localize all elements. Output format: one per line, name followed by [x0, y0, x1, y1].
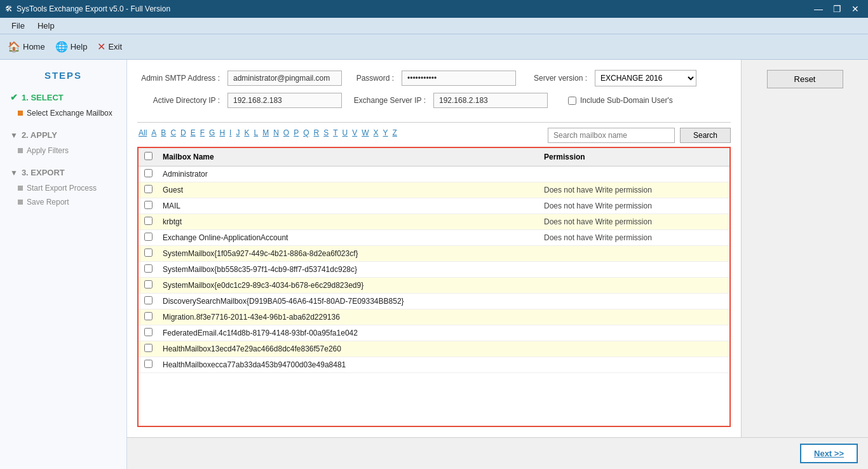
step1-number: ✔ 1. SELECT: [10, 92, 116, 102]
table-row[interactable]: SystemMailbox{bb558c35-97f1-4cb9-8ff7-d5…: [139, 262, 729, 278]
table-row[interactable]: Migration.8f3e7716-2011-43e4-96b1-aba62d…: [139, 309, 729, 325]
row-checkbox-6[interactable]: [144, 264, 153, 273]
menu-help[interactable]: Help: [31, 20, 61, 32]
table-row[interactable]: Administrator: [139, 167, 729, 182]
exit-button[interactable]: ✕ Exit: [97, 41, 122, 53]
table-row[interactable]: HealthMailbox13ecd47e29ac466d8dc4fe836f5…: [139, 341, 729, 357]
alpha-btn-y[interactable]: Y: [382, 128, 390, 138]
table-row[interactable]: SystemMailbox{1f05a927-449c-4b21-886a-8d…: [139, 246, 729, 262]
maximize-button[interactable]: ❐: [829, 4, 845, 14]
help-button[interactable]: 🌐 Help: [55, 41, 88, 53]
row-checkbox-7[interactable]: [144, 280, 153, 289]
alpha-btn-z[interactable]: Z: [391, 128, 398, 138]
exit-icon: ✕: [97, 41, 105, 53]
table-body: AdministratorGuestDoes not have Write pe…: [139, 167, 729, 426]
header-mailbox-name: Mailbox Name: [158, 153, 539, 161]
alpha-btn-j[interactable]: J: [234, 128, 241, 138]
row-checkbox-3[interactable]: [144, 217, 153, 225]
row-mailbox-name: DiscoverySearchMailbox{D919BA05-46A6-415…: [158, 297, 539, 306]
next-button[interactable]: Next >>: [800, 444, 858, 463]
table-row[interactable]: DiscoverySearchMailbox{D919BA05-46A6-415…: [139, 294, 729, 309]
alpha-btn-k[interactable]: K: [243, 128, 250, 138]
step3-arrow-icon: ▼: [10, 168, 18, 177]
server-version-select[interactable]: EXCHANGE 2016 EXCHANGE 2013 EXCHANGE 201…: [595, 70, 696, 86]
row-checkbox-10[interactable]: [144, 328, 153, 336]
step2-sub1-label: Apply Filters: [27, 146, 69, 155]
alpha-btn-u[interactable]: U: [341, 128, 349, 138]
smtp-label: Admin SMTP Address :: [137, 74, 220, 83]
step2-item[interactable]: ▼ 2. APPLY: [0, 126, 126, 144]
row-permission: Does not have Write permission: [539, 217, 729, 226]
alpha-btn-i[interactable]: I: [228, 128, 233, 138]
search-input[interactable]: [548, 128, 675, 143]
sidebar-item-save-report[interactable]: Save Report: [0, 195, 126, 209]
row-checkbox-1[interactable]: [144, 185, 153, 193]
alpha-btn-d[interactable]: D: [179, 128, 187, 138]
home-button[interactable]: 🏠 Home: [8, 41, 45, 53]
sidebar-item-start-export[interactable]: Start Export Process: [0, 181, 126, 195]
table-row[interactable]: HealthMailboxecca77ab33da453b94700d03e49…: [139, 357, 729, 373]
minimize-button[interactable]: —: [810, 4, 827, 14]
row-checkbox-2[interactable]: [144, 201, 153, 209]
active-dir-input[interactable]: [227, 93, 342, 108]
close-button[interactable]: ✕: [848, 4, 863, 14]
alpha-btn-s[interactable]: S: [322, 128, 330, 138]
select-all-checkbox[interactable]: [144, 152, 153, 160]
home-icon: 🏠: [8, 41, 20, 53]
subdomain-checkbox-container: Include Sub-Domain User's: [568, 96, 673, 105]
alpha-btn-b[interactable]: B: [159, 128, 167, 138]
search-button[interactable]: Search: [680, 128, 731, 143]
alpha-btn-v[interactable]: V: [351, 128, 358, 138]
title-bar-left: 🛠 SysTools Exchange Export v5.0 - Full V…: [5, 4, 170, 13]
alpha-btn-l[interactable]: L: [252, 128, 259, 138]
subdomain-checkbox[interactable]: [568, 97, 576, 105]
row-checkbox-8[interactable]: [144, 296, 153, 304]
right-panel: Reset: [741, 60, 868, 437]
row-checkbox-11[interactable]: [144, 344, 153, 352]
app-title: SysTools Exchange Export v5.0 - Full Ver…: [17, 4, 170, 13]
row-mailbox-name: Migration.8f3e7716-2011-43e4-96b1-aba62d…: [158, 313, 539, 322]
row-checkbox-9[interactable]: [144, 312, 153, 320]
row-checkbox-12[interactable]: [144, 360, 153, 368]
menu-file[interactable]: File: [5, 20, 31, 32]
alpha-btn-h[interactable]: H: [218, 128, 226, 138]
sidebar-item-select-mailbox[interactable]: Select Exchange Mailbox: [0, 106, 126, 120]
alpha-btn-f[interactable]: F: [199, 128, 206, 138]
smtp-input[interactable]: [227, 71, 342, 86]
step1-sub1-label: Select Exchange Mailbox: [27, 109, 112, 118]
alpha-btn-p[interactable]: P: [292, 128, 300, 138]
row-checkbox-5[interactable]: [144, 248, 153, 257]
alpha-btn-m[interactable]: M: [261, 128, 270, 138]
alpha-btn-g[interactable]: G: [208, 128, 216, 138]
alpha-btn-x[interactable]: X: [372, 128, 380, 138]
alpha-btn-r[interactable]: R: [313, 128, 321, 138]
alpha-btn-e[interactable]: E: [189, 128, 197, 138]
alpha-btn-q[interactable]: Q: [302, 128, 310, 138]
alpha-btn-a[interactable]: A: [150, 128, 158, 138]
alpha-btn-c[interactable]: C: [169, 128, 177, 138]
table-row[interactable]: Exchange Online-ApplicationAccountDoes n…: [139, 230, 729, 246]
alpha-btn-o[interactable]: O: [282, 128, 290, 138]
reset-button[interactable]: Reset: [767, 70, 843, 88]
row-mailbox-name: SystemMailbox{1f05a927-449c-4b21-886a-8d…: [158, 249, 539, 258]
table-row[interactable]: SystemMailbox{e0dc1c29-89c3-4034-b678-e6…: [139, 278, 729, 294]
help-label: Help: [71, 42, 88, 51]
step3-sub2-dot: [18, 200, 23, 205]
alpha-btn-n[interactable]: N: [272, 128, 280, 138]
password-input[interactable]: [402, 71, 516, 86]
table-row[interactable]: FederatedEmail.4c1f4d8b-8179-4148-93bf-0…: [139, 325, 729, 341]
row-checkbox-4[interactable]: [144, 233, 153, 241]
alpha-btn-w[interactable]: W: [360, 128, 370, 138]
exchange-server-input[interactable]: [433, 93, 548, 108]
step3-item[interactable]: ▼ 3. EXPORT: [0, 164, 126, 181]
table-row[interactable]: GuestDoes not have Write permission: [139, 182, 729, 198]
alpha-btn-all[interactable]: All: [137, 128, 148, 138]
table-row[interactable]: MAILDoes not have Write permission: [139, 198, 729, 214]
table-row[interactable]: krbtgtDoes not have Write permission: [139, 214, 729, 230]
sidebar-item-apply-filters[interactable]: Apply Filters: [0, 144, 126, 158]
alpha-btn-t[interactable]: T: [332, 128, 339, 138]
step1-item[interactable]: ✔ 1. SELECT: [0, 88, 126, 106]
row-checkbox-0[interactable]: [144, 169, 153, 177]
password-label: Password :: [349, 74, 394, 83]
steps-header: STEPS: [0, 70, 126, 81]
